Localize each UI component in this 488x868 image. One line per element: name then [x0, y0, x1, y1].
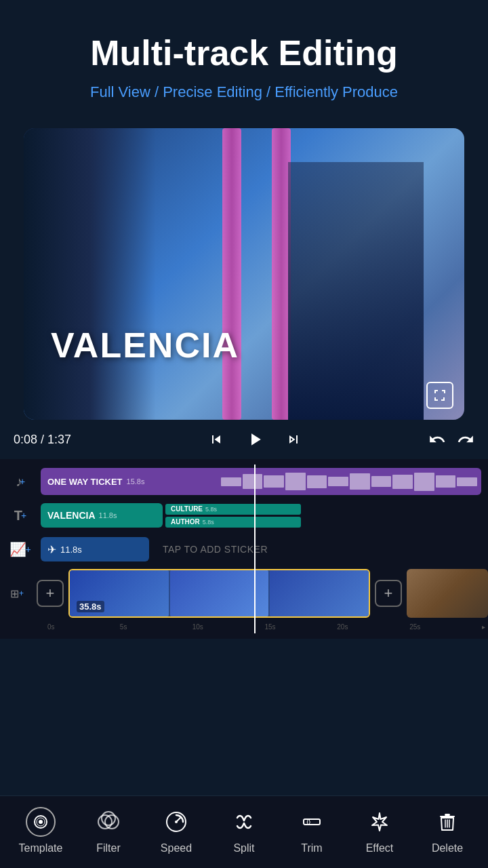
toolbar-effect[interactable]: Effect: [352, 807, 407, 854]
split-icon: [229, 807, 259, 837]
text-track-content: VALENCIA 11.8s CULTURE 5.8s AUTHOR 5.8s: [41, 503, 488, 528]
wave-bar: [328, 477, 348, 486]
secondary-text-label-2: AUTHOR: [171, 518, 200, 526]
toolbar-speed[interactable]: Speed: [149, 807, 203, 854]
effect-label: Effect: [366, 842, 394, 854]
fullscreen-button[interactable]: [426, 382, 453, 409]
add-sticker-icon[interactable]: +: [25, 544, 30, 555]
person-area: [288, 162, 424, 420]
trim-label: Trim: [301, 842, 322, 854]
sticker-add-area[interactable]: TAP TO ADD STICKER: [155, 537, 481, 561]
waveform: [217, 468, 481, 495]
music-clip-duration: 15.8s: [127, 477, 145, 486]
add-music-icon[interactable]: +: [20, 476, 25, 487]
wave-bar: [264, 475, 284, 488]
ruler-marks: 0s 5s 10s 15s 20s 25s ▸: [45, 623, 488, 631]
text-track-row: T + VALENCIA 11.8s CULTURE 5.8s: [0, 498, 488, 532]
toolbar-template[interactable]: Template: [14, 807, 68, 854]
delete-label: Delete: [432, 842, 463, 854]
sticker-icon: 📈: [9, 541, 26, 557]
ruler-mark-end: ▸: [482, 623, 485, 631]
sticker-clips-row: ✈ 11.8s TAP TO ADD STICKER: [41, 537, 481, 561]
main-text-label: VALENCIA: [47, 510, 96, 521]
text-clips-row: VALENCIA 11.8s CULTURE 5.8s AUTHOR 5.8s: [41, 503, 481, 528]
ruler-mark-5s: 5s: [120, 623, 192, 631]
music-track-content: ONE WAY TICKET 15.8s: [41, 468, 488, 495]
undo-redo-controls: [428, 431, 474, 448]
video-icon: ⊞: [10, 587, 19, 600]
ruler-mark-25s: 25s: [409, 623, 482, 631]
header-section: Multi-track Editing Full View / Precise …: [0, 0, 488, 115]
secondary-text-label-1: CULTURE: [171, 505, 203, 513]
add-clip-button-left[interactable]: +: [37, 580, 64, 607]
filter-label: Filter: [96, 842, 121, 854]
skip-forward-button[interactable]: [285, 431, 302, 448]
toolbar-split[interactable]: Split: [217, 807, 271, 854]
main-text-duration: 11.8s: [99, 511, 117, 519]
ruler-mark-0s: 0s: [47, 623, 120, 631]
add-video-icon[interactable]: +: [19, 589, 24, 598]
sticker-duration: 11.8s: [60, 545, 82, 555]
ruler-mark-20s: 20s: [337, 623, 409, 631]
secondary-video-clip[interactable]: [407, 569, 488, 618]
wave-bar: [392, 475, 413, 489]
wave-bar: [414, 473, 434, 491]
secondary-text-clip-2[interactable]: AUTHOR 5.8s: [165, 517, 301, 528]
music-clip-label: ONE WAY TICKET: [47, 477, 123, 487]
filter-icon: [94, 807, 123, 837]
secondary-text-clip-1[interactable]: CULTURE 5.8s: [165, 504, 301, 515]
skip-back-button[interactable]: [208, 431, 224, 448]
main-title: Multi-track Editing: [27, 34, 461, 73]
template-label: Template: [19, 842, 63, 854]
toolbar-delete[interactable]: Delete: [420, 807, 474, 854]
ruler-mark-10s: 10s: [192, 623, 265, 631]
undo-button[interactable]: [428, 431, 446, 448]
tracks-container: ♪ + ONE WAY TICKET 15.8s: [0, 465, 488, 633]
sticker-clip[interactable]: ✈ 11.8s: [41, 537, 149, 561]
speed-icon: [161, 807, 191, 837]
delete-icon: [432, 807, 462, 837]
sticker-add-label: TAP TO ADD STICKER: [163, 544, 268, 555]
time-display: 0:08 / 1:37: [14, 433, 81, 447]
toolbar-filter[interactable]: Filter: [81, 807, 136, 854]
video-preview: VALENCIA: [24, 128, 464, 420]
video-background: [24, 128, 464, 420]
control-buttons: [208, 429, 302, 450]
svg-point-8: [175, 821, 178, 823]
wave-bar: [436, 475, 456, 488]
video-track-icon: ⊞ +: [0, 587, 34, 600]
wave-bar: [307, 475, 327, 488]
video-text-overlay: VALENCIA: [51, 325, 239, 366]
music-clip[interactable]: ONE WAY TICKET 15.8s: [41, 468, 481, 495]
player-controls: 0:08 / 1:37: [0, 420, 488, 459]
video-track-row: ⊞ + + 35.8s +: [0, 566, 488, 620]
effect-icon: [365, 807, 394, 837]
secondary-text-clips: CULTURE 5.8s AUTHOR 5.8s: [165, 504, 301, 528]
secondary-text-duration-1: 5.8s: [205, 506, 217, 513]
video-track-content: + 35.8s +: [34, 569, 488, 618]
timeline-ruler: 0s 5s 10s 15s 20s 25s ▸: [0, 620, 488, 633]
pillar-1: [222, 128, 241, 420]
sticker-emoji: ✈: [47, 543, 56, 556]
video-thumb-2: [170, 570, 269, 616]
add-text-icon[interactable]: +: [21, 510, 26, 521]
redo-button[interactable]: [457, 431, 474, 448]
svg-rect-11: [440, 816, 455, 817]
text-track-icon: T +: [0, 508, 41, 524]
bottom-toolbar: Template Filter Speed: [0, 795, 488, 868]
toolbar-trim[interactable]: ⟨⟩ Trim: [285, 807, 339, 854]
trim-icon: ⟨⟩: [297, 807, 327, 837]
wave-bar: [243, 474, 263, 489]
svg-point-0: [39, 820, 43, 824]
play-button[interactable]: [245, 429, 265, 450]
subtitle: Full View / Precise Editing / Efficientl…: [27, 83, 461, 101]
template-icon: [26, 807, 56, 837]
wave-bar: [457, 477, 477, 486]
main-video-clip[interactable]: 35.8s: [68, 569, 370, 618]
main-text-clip[interactable]: VALENCIA 11.8s: [41, 503, 163, 528]
add-clip-button-right[interactable]: +: [375, 580, 402, 607]
video-thumbnails: [70, 570, 369, 616]
svg-text:⟨⟩: ⟨⟩: [306, 819, 310, 825]
dark-overlay: [24, 128, 156, 420]
svg-rect-12: [445, 814, 450, 816]
